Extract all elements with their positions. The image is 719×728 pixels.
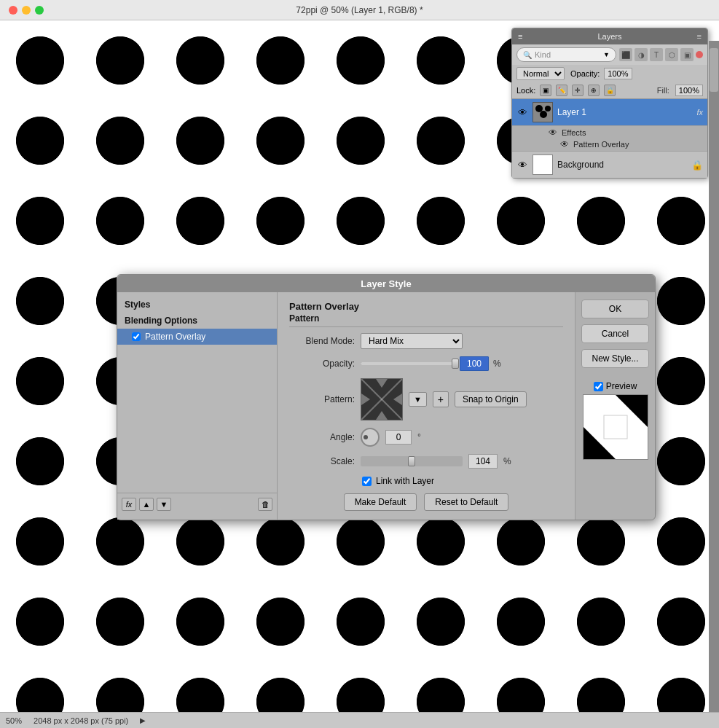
- make-default-button[interactable]: Make Default: [344, 493, 417, 511]
- opacity-slider-wrap: %: [361, 356, 563, 371]
- effects-label: Effects: [562, 128, 586, 137]
- pattern-overlay-section-title: Pattern Overlay: [289, 301, 563, 312]
- close-button[interactable]: [9, 6, 17, 15]
- layer1-visibility-eye[interactable]: 👁: [516, 107, 528, 118]
- layers-panel-collapse-icon[interactable]: ≡: [518, 32, 522, 41]
- pattern-form-row: Pattern:: [289, 378, 563, 420]
- effects-eye-icon[interactable]: 👁: [549, 128, 557, 138]
- layers-lock-row: Lock: ▣ ✏️ ✛ ⊕ 🔒 Fill: 100%: [512, 82, 707, 99]
- svg-point-1: [535, 105, 543, 112]
- window-controls[interactable]: [9, 6, 44, 15]
- search-dropdown-icon[interactable]: ▼: [603, 51, 610, 58]
- blend-mode-select[interactable]: Normal: [516, 67, 565, 80]
- move-down-button[interactable]: ▼: [157, 498, 171, 511]
- pattern-thumbnail[interactable]: [361, 378, 403, 420]
- preview-checkbox[interactable]: [594, 382, 603, 391]
- angle-input[interactable]: [385, 430, 412, 445]
- pattern-overlay-checkbox[interactable]: [132, 332, 141, 341]
- layers-panel: ≡ Layers ≡ 🔍 Kind ▼ ⬛ ◑ T ⬡ ▣: [511, 28, 708, 179]
- blending-options-item[interactable]: Blending Options: [117, 313, 277, 329]
- layers-mode-row: Normal Opacity: 100%: [512, 65, 707, 82]
- arrow-icon[interactable]: ▶: [140, 716, 146, 724]
- pattern-thumb-svg: [361, 379, 402, 420]
- panel-menu-icon[interactable]: ≡: [697, 32, 702, 41]
- add-style-button[interactable]: ▲: [139, 498, 154, 511]
- cancel-button[interactable]: Cancel: [581, 324, 649, 343]
- action-buttons-row: Make Default Reset to Default: [289, 493, 563, 511]
- link-with-layer-label: Link with Layer: [376, 476, 434, 486]
- title-bar: 72ppi @ 50% (Layer 1, RGB/8) *: [0, 0, 719, 20]
- filter-adjust-icon[interactable]: ◑: [634, 48, 648, 61]
- layer-row-layer1[interactable]: 👁 Layer 1 fx: [512, 99, 707, 126]
- link-with-layer-checkbox[interactable]: [362, 477, 372, 486]
- layers-search-row: 🔍 Kind ▼ ⬛ ◑ T ⬡ ▣: [512, 44, 707, 65]
- layers-search-box[interactable]: 🔍 Kind ▼: [516, 47, 616, 62]
- angle-unit: °: [417, 432, 421, 442]
- fx-button[interactable]: fx: [122, 498, 136, 511]
- vertical-scrollbar[interactable]: [709, 41, 719, 712]
- maximize-button[interactable]: [35, 6, 44, 15]
- lock-artboard-btn[interactable]: ⊕: [588, 85, 600, 96]
- pattern-label: Pattern:: [289, 394, 355, 404]
- angle-dial[interactable]: [361, 428, 380, 447]
- search-label: Kind: [535, 50, 551, 59]
- filter-shape-icon[interactable]: ⬡: [665, 48, 678, 61]
- lock-all-btn[interactable]: 🔒: [604, 85, 616, 96]
- pattern-selector: ▼ + Snap to Origin: [361, 378, 527, 420]
- pattern-overlay-left-item[interactable]: Pattern Overlay: [117, 329, 277, 345]
- background-layer-row[interactable]: 👁 Background 🔒: [512, 152, 707, 178]
- opacity-form-row: Opacity: %: [289, 356, 563, 371]
- opacity-value[interactable]: 100%: [604, 68, 632, 79]
- layer1-name: Layer 1: [557, 107, 692, 117]
- opacity-row: Opacity: 100%: [570, 68, 632, 79]
- snap-to-origin-button[interactable]: Snap to Origin: [455, 391, 527, 407]
- opacity-input[interactable]: [460, 356, 489, 371]
- panel-controls[interactable]: ≡: [697, 32, 702, 41]
- opacity-slider-track[interactable]: [361, 362, 455, 365]
- lock-transparent-btn[interactable]: ▣: [540, 85, 551, 96]
- svg-point-2: [545, 106, 551, 111]
- scale-label: Scale:: [289, 456, 355, 466]
- opacity-unit: %: [493, 359, 501, 369]
- svg-point-3: [540, 111, 547, 118]
- pattern-overlay-item[interactable]: 👁 Pattern Overlay: [549, 139, 703, 149]
- dialog-body: Styles Blending Options Pattern Overlay …: [117, 292, 655, 520]
- lock-position-btn[interactable]: ✛: [572, 85, 584, 96]
- fill-value[interactable]: 100%: [675, 85, 703, 96]
- dialog-left-bottom: fx ▲ ▼ 🗑: [117, 493, 277, 515]
- filter-pixel-icon[interactable]: ⬛: [619, 48, 632, 61]
- angle-form-row: Angle: °: [289, 428, 563, 447]
- styles-header[interactable]: Styles: [117, 297, 277, 313]
- effects-item[interactable]: 👁 Effects: [549, 128, 703, 138]
- angle-wrap: °: [361, 428, 421, 447]
- layer1-fx-badge[interactable]: fx: [696, 108, 703, 117]
- filter-dot[interactable]: [696, 51, 703, 58]
- pattern-overlay-eye-icon[interactable]: 👁: [560, 139, 569, 149]
- angle-dial-indicator: [364, 435, 368, 439]
- dimensions-info: 2048 px x 2048 px (75 ppi): [34, 716, 128, 725]
- delete-style-button[interactable]: 🗑: [258, 498, 272, 511]
- scale-slider[interactable]: [361, 456, 463, 466]
- pattern-new-button[interactable]: +: [433, 391, 449, 407]
- pattern-subsection-title: Pattern: [289, 313, 563, 327]
- minimize-button[interactable]: [22, 6, 31, 15]
- pattern-overlay-left-label: Pattern Overlay: [145, 332, 205, 342]
- new-style-button[interactable]: New Style...: [581, 349, 649, 368]
- preview-label: Preview: [606, 381, 637, 391]
- filter-type-icon[interactable]: T: [650, 48, 663, 61]
- scrollbar-thumb[interactable]: [710, 48, 718, 92]
- angle-label: Angle:: [289, 432, 355, 442]
- filter-smart-icon[interactable]: ▣: [680, 48, 694, 61]
- status-bar: 50% 2048 px x 2048 px (75 ppi) ▶: [0, 712, 719, 728]
- ok-button[interactable]: OK: [581, 300, 649, 318]
- window-title: 72ppi @ 50% (Layer 1, RGB/8) *: [296, 5, 423, 15]
- dialog-center-panel: Pattern Overlay Pattern Blend Mode: Hard…: [278, 292, 575, 520]
- pattern-dropdown-button[interactable]: ▼: [409, 392, 427, 407]
- lock-pixels-btn[interactable]: ✏️: [556, 85, 567, 96]
- pattern-blend-mode-select[interactable]: Hard Mix: [361, 333, 463, 349]
- lock-label: Lock:: [516, 86, 535, 95]
- reset-default-button[interactable]: Reset to Default: [424, 493, 508, 511]
- background-visibility-eye[interactable]: 👁: [516, 160, 528, 171]
- scale-input[interactable]: [468, 454, 498, 469]
- opacity-label: Opacity:: [570, 69, 600, 78]
